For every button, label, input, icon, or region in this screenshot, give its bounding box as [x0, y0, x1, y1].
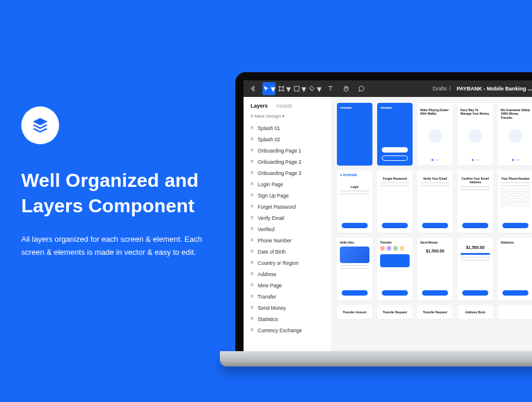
artboard[interactable]: We Guarantee Safely 100% Money Transfer.: [498, 103, 532, 166]
artboard[interactable]: Forget Password: [377, 170, 413, 233]
page-selector[interactable]: # Mine Design ▾: [244, 114, 332, 122]
artboard[interactable]: Send Money$1,500.00: [417, 238, 453, 300]
layers-panel: Layers Assets # Mine Design ▾ #Splash 01…: [244, 97, 332, 356]
layer-label: Country or Region: [258, 260, 299, 266]
layer-item[interactable]: #Mine Page: [244, 280, 332, 291]
frame-icon: #: [251, 148, 254, 153]
frame-icon: #: [251, 283, 254, 288]
layer-item[interactable]: #Transfer: [244, 291, 332, 302]
artboard[interactable]: Transfer Request: [417, 305, 453, 319]
layer-label: Currency Exchange: [258, 328, 302, 333]
laptop-frame: ▾ ▾ ▾ ▾ Drafts / PAYBANK - Mobile: [235, 72, 532, 356]
shape-tool-icon[interactable]: ▾: [293, 82, 306, 95]
layer-label: Address: [258, 271, 276, 277]
artboard[interactable]: Make Playing Easier With Wallet.: [417, 103, 453, 166]
svg-rect-3: [294, 86, 299, 91]
artboard[interactable]: Address Book: [458, 305, 493, 319]
layer-label: Date of Birth: [258, 249, 286, 255]
artboard[interactable]: PAYBANK: [377, 103, 413, 166]
svg-point-0: [253, 86, 255, 88]
layer-label: Forget Password: [258, 204, 296, 210]
layer-item[interactable]: #Verify Email: [244, 212, 332, 223]
subcopy: All layers organized for each screen & e…: [21, 233, 216, 259]
svg-point-1: [251, 88, 253, 90]
artboard[interactable]: Transfer Amount: [337, 305, 372, 319]
frame-icon: #: [251, 328, 254, 333]
layer-label: Mine Page: [258, 283, 282, 288]
app-topbar: ▾ ▾ ▾ ▾ Drafts / PAYBANK - Mobile: [244, 80, 532, 97]
artboard[interactable]: Hello Alex: [337, 238, 372, 300]
frame-icon: #: [251, 137, 254, 142]
artboard[interactable]: Statistics: [498, 238, 532, 300]
layer-item[interactable]: #Onboarding Page 3: [244, 167, 332, 179]
artboard[interactable]: Transfer Request: [377, 305, 413, 319]
layer-label: Statistics: [258, 316, 278, 322]
chevron-down-icon: ▾: [282, 114, 284, 119]
layer-item[interactable]: #Date of Birth: [244, 246, 332, 257]
frame-icon: #: [251, 238, 254, 243]
layer-item[interactable]: #Country or Region: [244, 257, 332, 268]
frame-icon: #: [251, 249, 254, 254]
artboard[interactable]: Transfer: [377, 238, 413, 300]
frame-icon: #: [251, 215, 254, 221]
frame-icon: #: [251, 260, 254, 265]
layer-label: Login Page: [258, 181, 283, 187]
frame-tool-icon[interactable]: ▾: [278, 82, 291, 95]
layer-label: Verified: [258, 226, 274, 232]
layer-item[interactable]: #Send Money: [244, 302, 332, 313]
text-tool-icon[interactable]: [324, 82, 337, 95]
layer-label: Onboarding Page 2: [258, 159, 301, 165]
frame-icon: #: [251, 125, 254, 131]
layer-item[interactable]: #Statistics: [244, 313, 332, 325]
artboard[interactable]: [498, 305, 532, 319]
layer-item[interactable]: #Sign Up Page: [244, 190, 332, 201]
comment-tool-icon[interactable]: [355, 82, 368, 95]
artboard[interactable]: Easy Way To Manage Your Money.: [458, 103, 493, 166]
artboard[interactable]: Verify Your Email: [417, 170, 453, 233]
layer-label: Verify Email: [258, 215, 284, 221]
tab-layers[interactable]: Layers: [251, 103, 268, 109]
artboard[interactable]: $1,500.00: [458, 238, 493, 300]
layer-item[interactable]: #Currency Exchange: [244, 325, 332, 336]
frame-icon: #: [251, 316, 254, 322]
breadcrumb-separator: /: [449, 86, 451, 92]
move-tool-icon[interactable]: ▾: [262, 82, 275, 95]
layer-item[interactable]: #Splash 02: [244, 134, 332, 145]
layer-item[interactable]: #Onboarding Page 1: [244, 145, 332, 156]
hand-tool-icon[interactable]: [339, 82, 352, 95]
artboard[interactable]: Confirm Your Email Address: [458, 170, 493, 233]
layers-icon: [31, 116, 49, 134]
layer-label: Onboarding Page 1: [258, 148, 301, 154]
layer-label: Transfer: [258, 294, 276, 300]
frame-icon: #: [251, 305, 254, 310]
layers-icon-circle: [21, 106, 59, 144]
layer-item[interactable]: #Splash 01: [244, 122, 332, 134]
artboard[interactable]: Your Phone Number: [498, 170, 532, 233]
design-canvas[interactable]: PAYBANKPAYBANKMake Playing Easier With W…: [332, 97, 532, 356]
layer-label: Send Money: [258, 305, 286, 311]
frame-icon: #: [251, 181, 254, 187]
file-name[interactable]: PAYBANK - Mobile Banking ...: [456, 86, 532, 92]
breadcrumb-root[interactable]: Drafts: [433, 86, 447, 92]
frame-icon: #: [251, 204, 254, 209]
layer-item[interactable]: #Phone Number: [244, 235, 332, 246]
artboard[interactable]: ✦ PAYBANKLogin: [337, 170, 372, 233]
layer-label: Splash 01: [258, 125, 280, 131]
layer-item[interactable]: #Verified: [244, 223, 332, 235]
layer-label: Splash 02: [258, 137, 280, 142]
frame-icon: #: [251, 170, 254, 176]
frame-icon: #: [251, 193, 254, 198]
layer-item[interactable]: #Address: [244, 268, 332, 280]
layer-item[interactable]: #Forget Password: [244, 201, 332, 212]
pen-tool-icon[interactable]: ▾: [309, 82, 322, 95]
layer-item[interactable]: #Login Page: [244, 179, 332, 190]
layer-label: Sign Up Page: [258, 193, 288, 199]
figma-logo-icon[interactable]: [247, 82, 260, 95]
laptop-base: [220, 351, 532, 367]
layer-item[interactable]: #Onboarding Page 2: [244, 156, 332, 167]
tab-assets[interactable]: Assets: [276, 103, 292, 109]
layer-label: Phone Number: [258, 238, 291, 244]
layer-label: Onboarding Page 3: [258, 170, 301, 176]
frame-icon: #: [251, 159, 254, 164]
artboard[interactable]: PAYBANK: [337, 103, 372, 166]
